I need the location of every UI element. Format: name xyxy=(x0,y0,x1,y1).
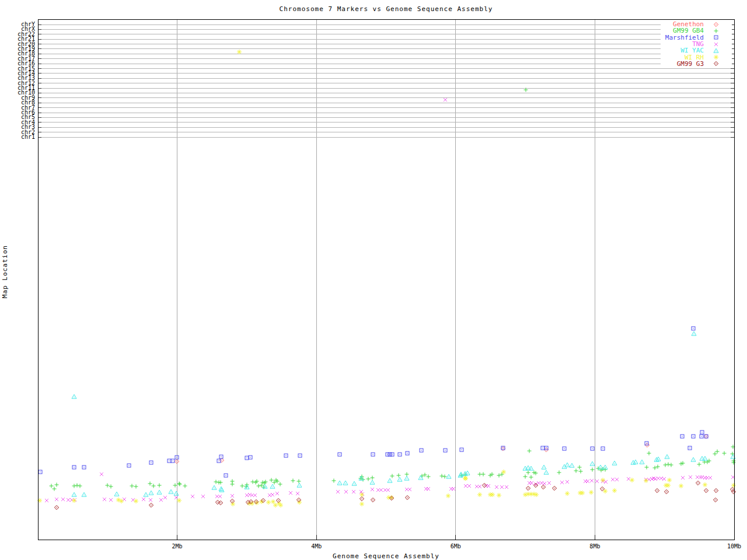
marker-marshfield xyxy=(541,446,544,450)
marker-marshfield xyxy=(398,453,402,456)
marker-gm99g3 xyxy=(541,485,545,489)
marker-gm99gb4 xyxy=(257,484,261,488)
marker-tng xyxy=(560,481,564,484)
marker-gm99g3 xyxy=(704,488,708,492)
marker-tng xyxy=(386,488,390,492)
marker-wiyac xyxy=(404,476,409,480)
marker-tng xyxy=(142,498,145,501)
marker-gm99gb4 xyxy=(134,485,138,489)
marker-tng xyxy=(159,498,163,502)
marker-tng xyxy=(296,492,299,495)
marker-wiyac xyxy=(526,466,530,470)
marker-gm99gb4 xyxy=(532,471,536,475)
marker-gm99gb4 xyxy=(603,468,608,472)
marker-gm99gb4 xyxy=(251,480,255,484)
marker-tng xyxy=(253,494,257,497)
marker-wiyac xyxy=(612,461,617,465)
marker-tng xyxy=(231,494,234,498)
marker-marshfield xyxy=(692,435,695,438)
marker-tng xyxy=(452,487,455,491)
marker-marshfield xyxy=(371,453,375,456)
marker-tng xyxy=(586,480,589,483)
marker-gm99gb4 xyxy=(669,463,673,467)
marker-marshfield xyxy=(224,474,228,477)
marker-gm99gb4 xyxy=(50,484,54,488)
x-tick-label: 10Mb xyxy=(720,544,747,550)
marker-wirh xyxy=(119,499,124,503)
marker-wirh xyxy=(177,498,181,503)
marker-marshfield xyxy=(563,447,566,450)
marker-wiyac xyxy=(590,461,595,466)
marker-tng xyxy=(218,495,222,498)
marker-wirh xyxy=(644,478,648,483)
marker-tng xyxy=(505,485,508,489)
marker-gm99gb4 xyxy=(528,449,532,453)
marker-gm99g3 xyxy=(359,496,364,501)
marker-gm99gb4 xyxy=(427,475,431,479)
marker-tng xyxy=(405,488,409,491)
tng-marker-icon xyxy=(713,41,720,48)
marker-wirh xyxy=(490,492,495,497)
marker-gm99gb4 xyxy=(278,482,282,487)
marker-wirh xyxy=(601,478,605,482)
marker-gm99gb4 xyxy=(148,482,152,486)
marker-wirh xyxy=(477,492,482,497)
marker-wirh xyxy=(630,478,634,482)
marker-wiyac xyxy=(82,492,86,496)
marker-genethon xyxy=(174,459,179,463)
marshfield-marker-icon xyxy=(713,34,720,41)
legend-label: GM99 GB4 xyxy=(673,27,704,34)
marker-gm99g3 xyxy=(600,487,604,491)
marker-wirh xyxy=(266,500,271,505)
marker-gm99g3 xyxy=(714,488,718,492)
marker-gm99gb4 xyxy=(443,475,447,479)
marker-tng xyxy=(487,484,490,488)
marker-gm99gb4 xyxy=(371,476,375,480)
marker-gm99gb4 xyxy=(579,470,583,474)
marker-gm99gb4 xyxy=(173,484,177,488)
marker-tng xyxy=(191,495,194,498)
marker-gm99g3 xyxy=(552,486,556,490)
marker-gm99gb4 xyxy=(130,484,134,488)
marker-gm99gb4 xyxy=(332,479,336,483)
marker-wiyac xyxy=(157,490,162,494)
marker-wirh xyxy=(589,490,594,495)
marker-tng xyxy=(289,491,292,495)
marker-gm99gb4 xyxy=(478,473,482,477)
marker-marshfield xyxy=(175,456,179,459)
marker-tng xyxy=(604,480,608,484)
marker-gm99gb4 xyxy=(177,482,181,486)
marker-gm99gb4 xyxy=(534,471,538,475)
marker-marshfield xyxy=(245,456,249,460)
x-axis-title: Genome Sequence Assembly xyxy=(38,552,734,560)
marker-tng xyxy=(123,498,126,501)
legend-item: GM99 GB4 xyxy=(661,27,732,34)
marker-tng xyxy=(475,485,479,488)
marker-tng xyxy=(495,485,498,489)
marker-tng xyxy=(215,495,219,498)
marker-wiyac xyxy=(731,454,735,459)
marker-wirh xyxy=(565,491,570,496)
x-tick-label: 8Mb xyxy=(581,544,609,550)
marker-marshfield xyxy=(338,453,341,456)
marker-gm99g3 xyxy=(230,499,234,503)
marker-marshfield xyxy=(167,459,171,463)
marker-gm99gb4 xyxy=(679,462,683,466)
marker-wiyac xyxy=(542,465,546,469)
marker-tng xyxy=(271,493,274,496)
marker-wiyac xyxy=(370,480,375,484)
marker-wiyac xyxy=(665,454,669,459)
marker-marshfield xyxy=(219,455,223,459)
marker-gm99gb4 xyxy=(55,483,59,487)
marker-wiyac xyxy=(570,463,574,467)
marker-wirh xyxy=(463,476,468,481)
marker-wirh xyxy=(497,493,501,498)
marker-tng xyxy=(408,488,411,491)
marker-gm99gb4 xyxy=(219,481,223,485)
marker-gm99gb4 xyxy=(152,484,156,488)
marker-wiyac xyxy=(388,478,392,482)
marker-gm99gb4 xyxy=(529,475,533,480)
marker-marshfield xyxy=(386,453,389,456)
marker-tng xyxy=(103,498,106,501)
marker-gm99gb4 xyxy=(297,480,301,484)
